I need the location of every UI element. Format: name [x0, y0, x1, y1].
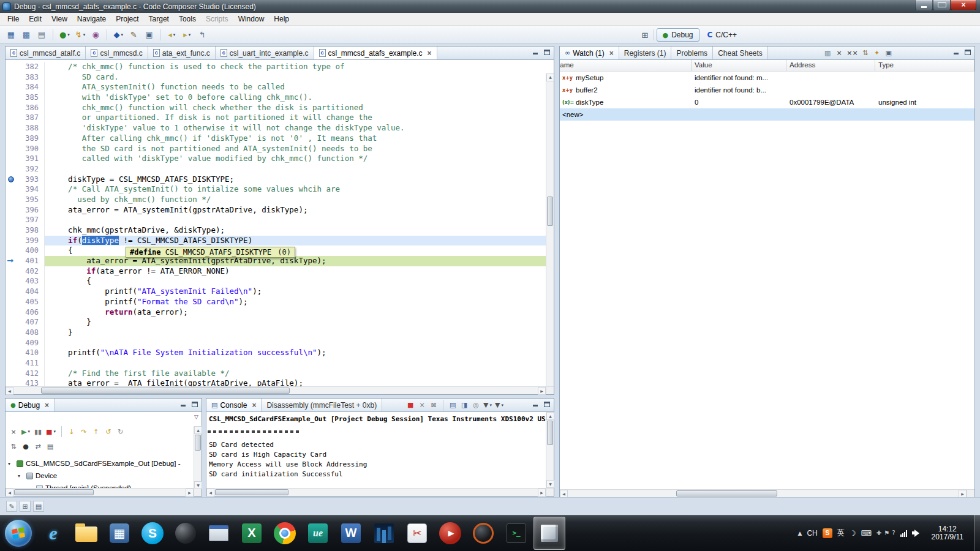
gutter[interactable] [6, 113, 18, 123]
ime-icon[interactable]: S [823, 528, 832, 538]
gutter[interactable] [6, 378, 18, 386]
maximize-view-button[interactable] [962, 48, 973, 58]
taskbar-dark-app[interactable] [170, 517, 202, 550]
watch-row[interactable]: <new> [560, 108, 974, 121]
scroll-lock-button[interactable]: ◨ [459, 399, 470, 411]
last-edit-location-button[interactable]: ↰ [195, 28, 209, 42]
gutter[interactable] [6, 225, 18, 236]
taskbar-ultraedit[interactable]: ue [302, 517, 334, 550]
remove-all-launches-button[interactable]: ⊠ [428, 399, 439, 411]
gutter[interactable] [6, 92, 18, 103]
gutter[interactable] [6, 195, 18, 205]
code-line[interactable]: 397 [6, 215, 554, 225]
column-header-value[interactable]: Value [692, 60, 786, 71]
flash-button[interactable]: ↯▾ [73, 28, 88, 42]
watch-tab[interactable]: Problems [671, 47, 713, 59]
minimize-view-button[interactable] [951, 48, 961, 58]
scroll-thumb[interactable] [41, 388, 290, 394]
editor-tab[interactable]: ccsl_mmcsd.c [86, 47, 148, 59]
print-button[interactable]: ▤ [34, 28, 49, 42]
open-perspective-button[interactable]: ⊞ [639, 31, 651, 40]
code-text[interactable]: chk_mmc(gpstrAtaDrive, &diskType); [45, 225, 554, 236]
maximize-view-button[interactable] [541, 48, 552, 58]
view-menu-icon[interactable]: ▽ [194, 414, 198, 420]
debug-vertical-scrollbar[interactable]: ▲ ▼ [194, 426, 202, 489]
gutter[interactable] [6, 215, 18, 225]
editor-vertical-scrollbar[interactable]: ▲ ▼ [546, 73, 554, 386]
code-line[interactable]: 411 [6, 358, 554, 369]
code-text[interactable]: called with 'diskType' value modified by… [45, 154, 554, 164]
code-text[interactable]: /* Find the first file available */ [45, 369, 554, 379]
minimize-button[interactable] [915, 0, 933, 10]
console-tab[interactable]: ▤Console× [206, 399, 262, 411]
remove-expression-button[interactable]: × [834, 47, 845, 59]
language-indicator[interactable]: CH [807, 529, 817, 538]
ime-language-indicator[interactable]: 英 [837, 528, 845, 538]
menu-edit[interactable]: Edit [24, 13, 47, 24]
console-horizontal-scrollbar[interactable]: ◀ ▶ [206, 488, 546, 496]
code-line[interactable]: 384 ATA_systemInit() function needs to b… [6, 82, 554, 92]
taskbar-excel[interactable]: X [236, 517, 268, 550]
taskbar-sphere-app[interactable] [467, 517, 499, 550]
start-button[interactable] [1, 517, 36, 550]
code-line[interactable]: 389 After calling chk_mmc() if 'diskType… [6, 133, 554, 144]
step-into-button[interactable]: ↓ [66, 425, 77, 438]
code-text[interactable] [45, 164, 554, 174]
code-line[interactable]: 392 [6, 164, 554, 174]
menu-project[interactable]: Project [111, 13, 143, 24]
step-return-button[interactable]: ↑ [91, 425, 102, 438]
watch-row[interactable]: x+ybuffer2identifier not found: b... [560, 84, 974, 96]
show-desktop-button[interactable] [974, 515, 980, 551]
code-text[interactable]: 'diskType' value to 1 otherwise it will … [45, 123, 554, 133]
gutter[interactable] [6, 297, 18, 307]
scroll-thumb[interactable] [547, 197, 553, 226]
code-line[interactable]: 395 used by chk_mmc() function */ [6, 195, 554, 205]
taskbar-remote-window[interactable] [203, 517, 235, 550]
gutter[interactable] [6, 328, 18, 338]
terminate-button[interactable]: ■▾ [45, 425, 57, 438]
gutter[interactable] [6, 348, 18, 358]
taskbar-word[interactable]: W [335, 517, 367, 550]
watch-tab[interactable]: ∞Watch (1)× [560, 47, 619, 59]
scroll-up-icon[interactable]: ▲ [194, 426, 202, 434]
moon-icon[interactable]: ☽ [850, 529, 856, 538]
code-text[interactable]: diskType = CSL_MMCSD_ATAFS_DISKTYPE; [45, 174, 554, 185]
gutter[interactable] [6, 154, 18, 164]
code-text[interactable]: printf("\nATA File System Initialization… [45, 348, 554, 358]
remove-all-expressions-button[interactable]: ×× [845, 47, 859, 59]
code-text[interactable]: After calling chk_mmc() if 'diskType' is… [45, 133, 554, 144]
statusbar-grid-icon[interactable]: ⊞ [20, 501, 31, 512]
gutter[interactable] [6, 358, 18, 369]
resume-button[interactable]: ▶▾ [20, 425, 31, 438]
menu-window[interactable]: Window [233, 13, 270, 24]
maximize-view-button[interactable] [541, 400, 552, 410]
clear-console-button[interactable]: ▤ [447, 399, 458, 411]
taskbar-explorer[interactable] [70, 517, 102, 550]
code-text[interactable]: if(ata_error != ATA_ERROR_NONE) [45, 266, 554, 277]
code-text[interactable]: } [45, 328, 554, 338]
code-text[interactable]: { [45, 246, 554, 256]
tray-mini-icon[interactable]: ? [892, 530, 895, 536]
edit-source-button[interactable]: ✎ [126, 28, 141, 42]
code-text[interactable]: used by chk_mmc() function */ [45, 195, 554, 205]
memory-button[interactable]: ▣ [141, 28, 156, 42]
code-line[interactable]: 385 with 'diskType' set to 0 before call… [6, 92, 554, 103]
code-text[interactable]: /* Call ATA_systemInit() to intialize so… [45, 184, 554, 195]
gutter[interactable] [6, 82, 18, 92]
display-console-button[interactable]: ▼▾ [482, 399, 493, 411]
expander-icon[interactable]: ▾ [18, 473, 24, 479]
gutter[interactable] [6, 369, 18, 379]
save-button[interactable]: ▦ [4, 28, 18, 42]
scroll-thumb[interactable] [215, 489, 288, 495]
open-console-button[interactable]: ▼▾ [494, 399, 505, 411]
code-line[interactable]: 386 chk_mmc() function will check whethe… [6, 103, 554, 113]
gutter[interactable] [6, 133, 18, 144]
network-icon[interactable] [900, 530, 907, 537]
code-line[interactable]: 383 SD card. [6, 72, 554, 83]
refresh-button[interactable]: ↻ [115, 425, 126, 438]
new-breakpoint-button[interactable]: ◆▾ [111, 28, 126, 42]
gutter[interactable] [6, 276, 18, 287]
code-line[interactable]: 408 } [6, 328, 554, 338]
column-header-type[interactable]: Type [875, 60, 974, 71]
code-line[interactable]: 390 the SD card is not partitioned and A… [6, 144, 554, 154]
